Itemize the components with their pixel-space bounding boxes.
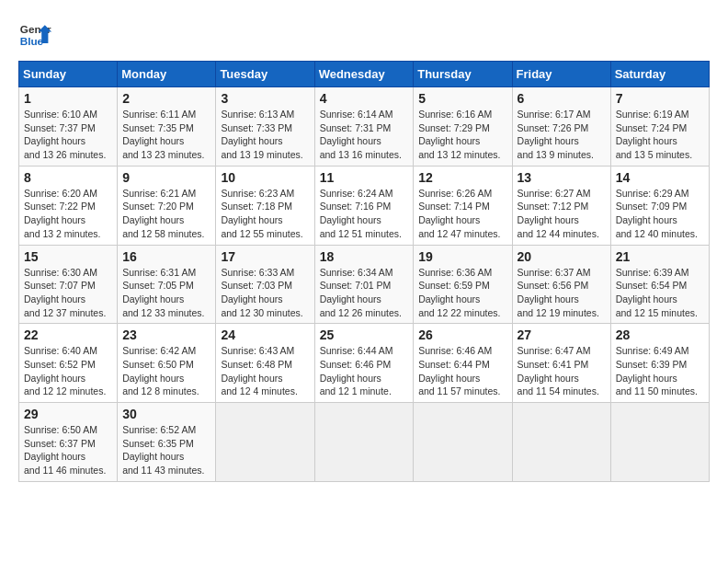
table-row: 12 Sunrise: 6:26 AMSunset: 7:14 PMDaylig… xyxy=(414,166,512,245)
day-info: Sunrise: 6:29 AMSunset: 7:09 PMDaylight … xyxy=(616,188,698,239)
table-row: 19 Sunrise: 6:36 AMSunset: 6:59 PMDaylig… xyxy=(414,245,512,324)
day-number: 16 xyxy=(122,249,210,264)
day-info: Sunrise: 6:14 AMSunset: 7:31 PMDaylight … xyxy=(320,109,402,160)
day-info: Sunrise: 6:44 AMSunset: 6:46 PMDaylight … xyxy=(320,345,393,396)
table-row: 15 Sunrise: 6:30 AMSunset: 7:07 PMDaylig… xyxy=(19,245,118,324)
day-info: Sunrise: 6:30 AMSunset: 7:07 PMDaylight … xyxy=(24,267,106,318)
day-number: 25 xyxy=(320,327,409,342)
day-info: Sunrise: 6:50 AMSunset: 6:37 PMDaylight … xyxy=(24,424,106,476)
day-info: Sunrise: 6:23 AMSunset: 7:18 PMDaylight … xyxy=(221,188,302,239)
table-row: 11 Sunrise: 6:24 AMSunset: 7:16 PMDaylig… xyxy=(314,166,414,245)
day-info: Sunrise: 6:49 AMSunset: 6:39 PMDaylight … xyxy=(616,345,698,396)
table-row: 29 Sunrise: 6:50 AMSunset: 6:37 PMDaylig… xyxy=(19,403,118,482)
day-info: Sunrise: 6:47 AMSunset: 6:41 PMDaylight … xyxy=(518,345,599,396)
day-info: Sunrise: 6:26 AMSunset: 7:14 PMDaylight … xyxy=(418,188,500,239)
day-number: 28 xyxy=(616,327,704,342)
table-row: 18 Sunrise: 6:34 AMSunset: 7:01 PMDaylig… xyxy=(314,245,414,324)
table-row: 7 Sunrise: 6:19 AMSunset: 7:24 PMDayligh… xyxy=(610,87,709,167)
table-row: 25 Sunrise: 6:44 AMSunset: 6:46 PMDaylig… xyxy=(314,324,414,403)
day-info: Sunrise: 6:37 AMSunset: 6:56 PMDaylight … xyxy=(518,267,599,318)
table-row: 24 Sunrise: 6:43 AMSunset: 6:48 PMDaylig… xyxy=(216,324,314,403)
table-row: 21 Sunrise: 6:39 AMSunset: 6:54 PMDaylig… xyxy=(610,245,709,324)
table-row: 28 Sunrise: 6:49 AMSunset: 6:39 PMDaylig… xyxy=(610,324,709,403)
day-number: 27 xyxy=(518,327,606,342)
table-row: 13 Sunrise: 6:27 AMSunset: 7:12 PMDaylig… xyxy=(512,166,610,245)
day-number: 21 xyxy=(616,249,704,264)
day-number: 24 xyxy=(221,327,309,342)
day-number: 15 xyxy=(24,249,112,264)
day-info: Sunrise: 6:39 AMSunset: 6:54 PMDaylight … xyxy=(616,267,698,318)
day-info: Sunrise: 6:31 AMSunset: 7:05 PMDaylight … xyxy=(122,267,204,318)
day-number: 26 xyxy=(418,327,506,342)
day-info: Sunrise: 6:34 AMSunset: 7:01 PMDaylight … xyxy=(320,267,402,318)
table-row: 8 Sunrise: 6:20 AMSunset: 7:22 PMDayligh… xyxy=(19,166,118,245)
weekday-header-thursday: Thursday xyxy=(414,62,512,87)
day-info: Sunrise: 6:11 AMSunset: 7:35 PMDaylight … xyxy=(122,109,204,160)
table-row: 30 Sunrise: 6:52 AMSunset: 6:35 PMDaylig… xyxy=(118,403,216,482)
day-number: 23 xyxy=(122,327,210,342)
day-number: 13 xyxy=(518,170,606,185)
table-row: 20 Sunrise: 6:37 AMSunset: 6:56 PMDaylig… xyxy=(512,245,610,324)
weekday-header-monday: Monday xyxy=(118,62,216,87)
day-number: 7 xyxy=(616,91,704,106)
day-number: 17 xyxy=(221,249,309,264)
table-row xyxy=(610,403,709,482)
day-number: 2 xyxy=(122,91,210,106)
day-info: Sunrise: 6:52 AMSunset: 6:35 PMDaylight … xyxy=(122,424,204,476)
day-info: Sunrise: 6:27 AMSunset: 7:12 PMDaylight … xyxy=(518,188,599,239)
day-number: 3 xyxy=(221,91,309,106)
day-number: 9 xyxy=(122,170,210,185)
day-number: 10 xyxy=(221,170,309,185)
day-number: 18 xyxy=(320,249,409,264)
weekday-header-saturday: Saturday xyxy=(610,62,709,87)
day-number: 5 xyxy=(418,91,506,106)
weekday-header-sunday: Sunday xyxy=(19,62,118,87)
table-row: 4 Sunrise: 6:14 AMSunset: 7:31 PMDayligh… xyxy=(314,87,414,167)
day-number: 19 xyxy=(418,249,506,264)
day-info: Sunrise: 6:17 AMSunset: 7:26 PMDaylight … xyxy=(518,109,594,160)
table-row: 2 Sunrise: 6:11 AMSunset: 7:35 PMDayligh… xyxy=(118,87,216,167)
day-info: Sunrise: 6:42 AMSunset: 6:50 PMDaylight … xyxy=(122,345,199,396)
logo: General Blue xyxy=(18,18,51,52)
day-info: Sunrise: 6:10 AMSunset: 7:37 PMDaylight … xyxy=(24,109,106,160)
day-number: 14 xyxy=(616,170,704,185)
day-info: Sunrise: 6:46 AMSunset: 6:44 PMDaylight … xyxy=(418,345,500,396)
day-info: Sunrise: 6:36 AMSunset: 6:59 PMDaylight … xyxy=(418,267,500,318)
table-row: 6 Sunrise: 6:17 AMSunset: 7:26 PMDayligh… xyxy=(512,87,610,167)
day-number: 12 xyxy=(418,170,506,185)
table-row: 14 Sunrise: 6:29 AMSunset: 7:09 PMDaylig… xyxy=(610,166,709,245)
day-number: 8 xyxy=(24,170,112,185)
table-row: 16 Sunrise: 6:31 AMSunset: 7:05 PMDaylig… xyxy=(118,245,216,324)
day-number: 29 xyxy=(24,407,112,421)
day-info: Sunrise: 6:20 AMSunset: 7:22 PMDaylight … xyxy=(24,188,100,239)
day-number: 20 xyxy=(518,249,606,264)
table-row: 9 Sunrise: 6:21 AMSunset: 7:20 PMDayligh… xyxy=(118,166,216,245)
weekday-header-friday: Friday xyxy=(512,62,610,87)
table-row xyxy=(414,403,512,482)
table-row: 26 Sunrise: 6:46 AMSunset: 6:44 PMDaylig… xyxy=(414,324,512,403)
table-row: 23 Sunrise: 6:42 AMSunset: 6:50 PMDaylig… xyxy=(118,324,216,403)
table-row xyxy=(314,403,414,482)
day-number: 11 xyxy=(320,170,409,185)
table-row: 5 Sunrise: 6:16 AMSunset: 7:29 PMDayligh… xyxy=(414,87,512,167)
table-row: 1 Sunrise: 6:10 AMSunset: 7:37 PMDayligh… xyxy=(19,87,118,167)
day-number: 6 xyxy=(518,91,606,106)
day-number: 4 xyxy=(320,91,409,106)
day-info: Sunrise: 6:13 AMSunset: 7:33 PMDaylight … xyxy=(221,109,302,160)
day-info: Sunrise: 6:33 AMSunset: 7:03 PMDaylight … xyxy=(221,267,302,318)
table-row: 3 Sunrise: 6:13 AMSunset: 7:33 PMDayligh… xyxy=(216,87,314,167)
day-info: Sunrise: 6:40 AMSunset: 6:52 PMDaylight … xyxy=(24,345,106,396)
table-row xyxy=(512,403,610,482)
day-number: 22 xyxy=(24,327,112,342)
day-number: 1 xyxy=(24,91,112,106)
table-row: 22 Sunrise: 6:40 AMSunset: 6:52 PMDaylig… xyxy=(19,324,118,403)
page-header: General Blue xyxy=(18,18,710,52)
day-info: Sunrise: 6:16 AMSunset: 7:29 PMDaylight … xyxy=(418,109,500,160)
day-info: Sunrise: 6:43 AMSunset: 6:48 PMDaylight … xyxy=(221,345,297,396)
day-info: Sunrise: 6:19 AMSunset: 7:24 PMDaylight … xyxy=(616,109,692,160)
table-row: 27 Sunrise: 6:47 AMSunset: 6:41 PMDaylig… xyxy=(512,324,610,403)
weekday-header-tuesday: Tuesday xyxy=(216,62,314,87)
day-number: 30 xyxy=(122,407,210,421)
table-row xyxy=(216,403,314,482)
day-info: Sunrise: 6:21 AMSunset: 7:20 PMDaylight … xyxy=(122,188,204,239)
